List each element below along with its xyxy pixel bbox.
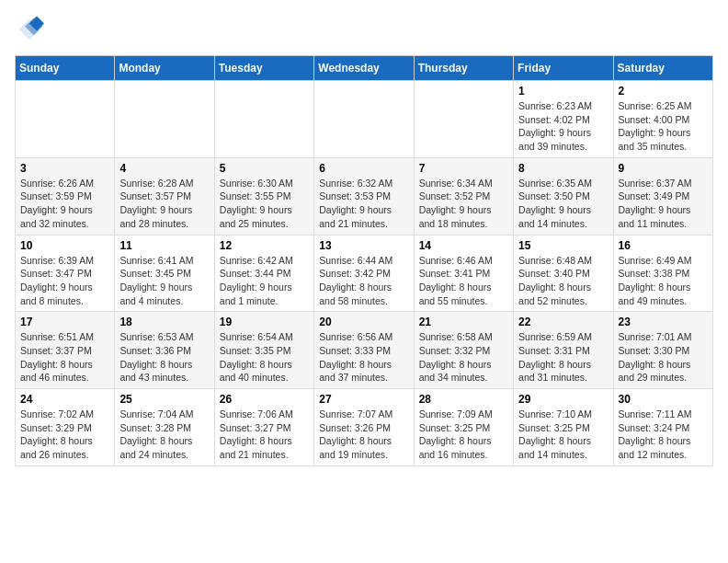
day-number: 12 [220, 239, 309, 252]
header [15, 15, 713, 44]
calendar-cell [214, 81, 313, 158]
day-number: 27 [319, 393, 408, 406]
logo [15, 15, 48, 44]
day-info: Sunrise: 6:42 AM Sunset: 3:44 PM Dayligh… [220, 254, 309, 308]
day-number: 25 [119, 393, 209, 406]
day-number: 11 [119, 239, 209, 252]
day-info: Sunrise: 6:39 AM Sunset: 3:47 PM Dayligh… [20, 254, 109, 308]
calendar-cell: 30Sunrise: 7:11 AM Sunset: 3:24 PM Dayli… [613, 389, 712, 466]
calendar-cell: 28Sunrise: 7:09 AM Sunset: 3:25 PM Dayli… [414, 389, 513, 466]
day-info: Sunrise: 7:11 AM Sunset: 3:24 PM Dayligh… [619, 408, 708, 462]
day-header-wednesday: Wednesday [314, 56, 414, 81]
day-info: Sunrise: 6:32 AM Sunset: 3:53 PM Dayligh… [319, 177, 408, 231]
calendar-cell: 8Sunrise: 6:35 AM Sunset: 3:50 PM Daylig… [514, 157, 613, 235]
calendar-cell: 12Sunrise: 6:42 AM Sunset: 3:44 PM Dayli… [214, 235, 313, 312]
calendar-cell: 26Sunrise: 7:06 AM Sunset: 3:27 PM Dayli… [214, 389, 313, 466]
day-number: 24 [20, 393, 109, 406]
calendar-cell: 9Sunrise: 6:37 AM Sunset: 3:49 PM Daylig… [613, 157, 712, 235]
day-info: Sunrise: 6:41 AM Sunset: 3:45 PM Dayligh… [119, 254, 209, 308]
calendar-cell: 21Sunrise: 6:58 AM Sunset: 3:32 PM Dayli… [414, 312, 513, 389]
day-number: 19 [220, 316, 309, 328]
day-header-friday: Friday [514, 56, 613, 81]
day-number: 20 [319, 316, 408, 328]
day-info: Sunrise: 6:51 AM Sunset: 3:37 PM Dayligh… [20, 330, 109, 385]
calendar-cell [115, 81, 214, 158]
day-number: 17 [20, 316, 109, 328]
day-info: Sunrise: 7:01 AM Sunset: 3:30 PM Dayligh… [619, 330, 708, 385]
calendar-cell: 4Sunrise: 6:28 AM Sunset: 3:57 PM Daylig… [115, 157, 214, 235]
calendar-cell: 7Sunrise: 6:34 AM Sunset: 3:52 PM Daylig… [414, 157, 513, 235]
day-info: Sunrise: 6:28 AM Sunset: 3:57 PM Dayligh… [119, 177, 209, 231]
day-number: 9 [619, 162, 708, 175]
calendar-week-row: 10Sunrise: 6:39 AM Sunset: 3:47 PM Dayli… [16, 235, 713, 312]
calendar-cell: 23Sunrise: 7:01 AM Sunset: 3:30 PM Dayli… [613, 312, 712, 389]
day-number: 2 [619, 85, 708, 98]
day-number: 26 [220, 393, 309, 406]
calendar-week-row: 1Sunrise: 6:23 AM Sunset: 4:02 PM Daylig… [16, 81, 713, 158]
day-number: 7 [419, 162, 508, 175]
calendar-cell: 17Sunrise: 6:51 AM Sunset: 3:37 PM Dayli… [16, 312, 115, 389]
day-info: Sunrise: 6:26 AM Sunset: 3:59 PM Dayligh… [20, 177, 109, 231]
day-number: 6 [319, 162, 408, 175]
day-number: 29 [518, 393, 608, 406]
calendar-cell: 27Sunrise: 7:07 AM Sunset: 3:26 PM Dayli… [314, 389, 414, 466]
day-number: 16 [619, 239, 708, 252]
calendar-cell [314, 81, 414, 158]
calendar-table: SundayMondayTuesdayWednesdayThursdayFrid… [15, 55, 713, 466]
day-header-monday: Monday [115, 56, 214, 81]
calendar-week-row: 3Sunrise: 6:26 AM Sunset: 3:59 PM Daylig… [16, 157, 713, 235]
day-info: Sunrise: 6:23 AM Sunset: 4:02 PM Dayligh… [518, 99, 608, 154]
day-number: 28 [419, 393, 508, 406]
logo-icon [15, 15, 44, 44]
day-number: 14 [419, 239, 508, 252]
calendar-cell: 11Sunrise: 6:41 AM Sunset: 3:45 PM Dayli… [115, 235, 214, 312]
calendar-week-row: 17Sunrise: 6:51 AM Sunset: 3:37 PM Dayli… [16, 312, 713, 389]
day-info: Sunrise: 6:35 AM Sunset: 3:50 PM Dayligh… [518, 177, 608, 231]
day-info: Sunrise: 6:46 AM Sunset: 3:41 PM Dayligh… [419, 254, 508, 308]
day-info: Sunrise: 6:34 AM Sunset: 3:52 PM Dayligh… [419, 177, 508, 231]
day-header-sunday: Sunday [16, 56, 115, 81]
day-info: Sunrise: 6:49 AM Sunset: 3:38 PM Dayligh… [619, 254, 708, 308]
day-number: 30 [619, 393, 708, 406]
day-info: Sunrise: 6:30 AM Sunset: 3:55 PM Dayligh… [220, 177, 309, 231]
day-number: 15 [518, 239, 608, 252]
day-info: Sunrise: 7:06 AM Sunset: 3:27 PM Dayligh… [220, 408, 309, 462]
day-number: 3 [20, 162, 109, 175]
day-number: 23 [619, 316, 708, 328]
day-number: 4 [119, 162, 209, 175]
calendar-cell: 1Sunrise: 6:23 AM Sunset: 4:02 PM Daylig… [514, 81, 613, 158]
calendar-cell [414, 81, 513, 158]
calendar-cell: 6Sunrise: 6:32 AM Sunset: 3:53 PM Daylig… [314, 157, 414, 235]
day-info: Sunrise: 6:54 AM Sunset: 3:35 PM Dayligh… [220, 330, 309, 385]
day-info: Sunrise: 7:04 AM Sunset: 3:28 PM Dayligh… [119, 408, 209, 462]
day-info: Sunrise: 7:07 AM Sunset: 3:26 PM Dayligh… [319, 408, 408, 462]
calendar-cell: 25Sunrise: 7:04 AM Sunset: 3:28 PM Dayli… [115, 389, 214, 466]
day-info: Sunrise: 6:59 AM Sunset: 3:31 PM Dayligh… [518, 330, 608, 385]
day-info: Sunrise: 6:58 AM Sunset: 3:32 PM Dayligh… [419, 330, 508, 385]
calendar-header-row: SundayMondayTuesdayWednesdayThursdayFrid… [16, 56, 713, 81]
day-number: 18 [119, 316, 209, 328]
day-header-thursday: Thursday [414, 56, 513, 81]
calendar-cell: 5Sunrise: 6:30 AM Sunset: 3:55 PM Daylig… [214, 157, 313, 235]
day-info: Sunrise: 6:44 AM Sunset: 3:42 PM Dayligh… [319, 254, 408, 308]
calendar-cell: 22Sunrise: 6:59 AM Sunset: 3:31 PM Dayli… [514, 312, 613, 389]
calendar-cell: 19Sunrise: 6:54 AM Sunset: 3:35 PM Dayli… [214, 312, 313, 389]
day-info: Sunrise: 7:02 AM Sunset: 3:29 PM Dayligh… [20, 408, 109, 462]
day-number: 8 [518, 162, 608, 175]
calendar-cell: 15Sunrise: 6:48 AM Sunset: 3:40 PM Dayli… [514, 235, 613, 312]
day-info: Sunrise: 6:25 AM Sunset: 4:00 PM Dayligh… [619, 99, 708, 154]
day-number: 10 [20, 239, 109, 252]
day-info: Sunrise: 6:37 AM Sunset: 3:49 PM Dayligh… [619, 177, 708, 231]
day-info: Sunrise: 6:56 AM Sunset: 3:33 PM Dayligh… [319, 330, 408, 385]
day-header-saturday: Saturday [613, 56, 712, 81]
calendar-cell: 2Sunrise: 6:25 AM Sunset: 4:00 PM Daylig… [613, 81, 712, 158]
calendar-cell: 3Sunrise: 6:26 AM Sunset: 3:59 PM Daylig… [16, 157, 115, 235]
day-number: 13 [319, 239, 408, 252]
calendar-cell: 10Sunrise: 6:39 AM Sunset: 3:47 PM Dayli… [16, 235, 115, 312]
calendar-cell [16, 81, 115, 158]
calendar-cell: 13Sunrise: 6:44 AM Sunset: 3:42 PM Dayli… [314, 235, 414, 312]
day-info: Sunrise: 6:53 AM Sunset: 3:36 PM Dayligh… [119, 330, 209, 385]
day-header-tuesday: Tuesday [214, 56, 313, 81]
calendar-cell: 14Sunrise: 6:46 AM Sunset: 3:41 PM Dayli… [414, 235, 513, 312]
calendar-cell: 18Sunrise: 6:53 AM Sunset: 3:36 PM Dayli… [115, 312, 214, 389]
